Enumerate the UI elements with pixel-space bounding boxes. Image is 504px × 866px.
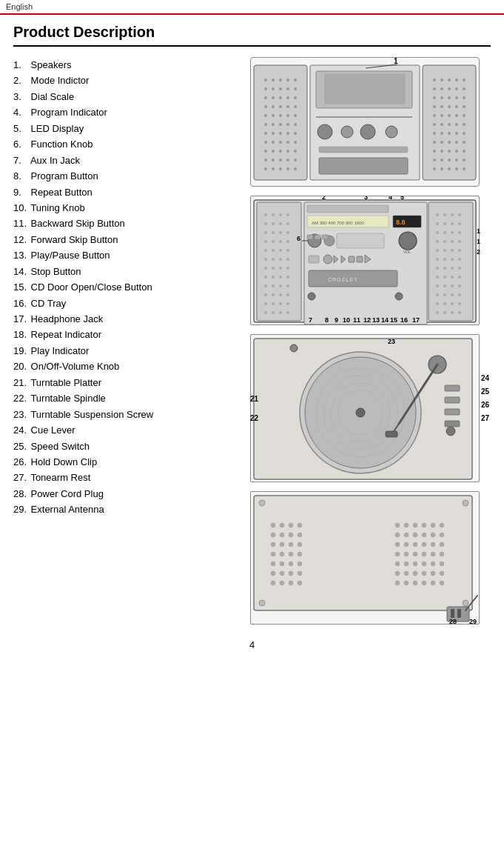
svg-point-50 <box>294 159 297 161</box>
svg-point-51 <box>264 167 267 170</box>
svg-point-348 <box>413 571 417 576</box>
svg-point-121 <box>463 167 466 170</box>
svg-point-78 <box>440 96 443 99</box>
svg-point-101 <box>463 132 466 135</box>
list-item: 16. CD Tray <box>13 296 243 311</box>
list-item: 1. Speakers <box>13 57 243 73</box>
svg-point-11 <box>264 96 267 99</box>
svg-point-95 <box>455 123 458 126</box>
svg-point-319 <box>422 523 426 527</box>
svg-point-5 <box>294 79 297 81</box>
svg-point-144 <box>279 249 282 252</box>
svg-point-328 <box>395 542 400 547</box>
svg-point-46 <box>264 159 267 161</box>
svg-point-200 <box>436 213 439 216</box>
svg-point-162 <box>264 293 267 296</box>
svg-point-207 <box>458 222 461 225</box>
svg-point-132 <box>279 222 282 225</box>
svg-point-312 <box>271 581 275 585</box>
svg-point-103 <box>440 141 443 144</box>
svg-point-94 <box>448 123 451 126</box>
svg-point-171 <box>272 311 275 314</box>
svg-point-339 <box>440 552 444 556</box>
svg-point-129 <box>286 213 289 216</box>
svg-rect-65 <box>319 158 408 174</box>
svg-point-247 <box>458 311 461 314</box>
svg-text:10: 10 <box>343 316 350 324</box>
list-item: 10. Tuning Knob <box>13 200 243 216</box>
svg-point-53 <box>279 167 282 170</box>
svg-point-198 <box>395 293 403 300</box>
svg-point-159 <box>272 284 275 287</box>
svg-point-16 <box>264 105 267 108</box>
svg-point-244 <box>436 311 439 314</box>
svg-point-6 <box>264 87 267 90</box>
svg-text:9: 9 <box>335 316 338 324</box>
svg-rect-281 <box>445 385 460 391</box>
svg-point-215 <box>458 240 461 243</box>
svg-point-74 <box>448 87 451 90</box>
svg-point-92 <box>433 123 436 126</box>
svg-point-36 <box>264 141 267 144</box>
svg-point-40 <box>294 141 297 144</box>
svg-point-23 <box>279 114 282 117</box>
svg-point-295 <box>298 533 302 537</box>
list-item: 4. Program Indicator <box>13 104 243 120</box>
svg-rect-125 <box>257 202 301 321</box>
svg-point-29 <box>286 123 289 126</box>
svg-point-337 <box>422 552 426 556</box>
list-item: 2. Mode Indictor <box>13 73 243 88</box>
svg-point-32 <box>272 132 275 135</box>
svg-point-361 <box>463 600 468 606</box>
svg-point-217 <box>443 249 446 252</box>
svg-point-108 <box>440 150 443 153</box>
svg-point-39 <box>286 141 289 144</box>
svg-point-116 <box>463 159 466 161</box>
svg-point-294 <box>289 533 293 537</box>
svg-point-85 <box>455 105 458 108</box>
list-item: 25. Speed Switch <box>13 439 243 454</box>
list-item: 24. Cue Lever <box>13 422 243 438</box>
svg-point-317 <box>404 523 409 527</box>
svg-point-61 <box>341 126 353 138</box>
svg-point-113 <box>440 159 443 161</box>
page-number: 4 <box>13 639 491 650</box>
svg-point-13 <box>279 96 282 99</box>
svg-point-90 <box>455 114 458 117</box>
svg-point-201 <box>443 213 446 216</box>
svg-point-28 <box>279 123 282 126</box>
svg-point-298 <box>289 542 293 547</box>
svg-text:28: 28 <box>449 618 457 625</box>
svg-text:29: 29 <box>469 618 477 625</box>
svg-rect-185 <box>337 233 384 248</box>
svg-text:6: 6 <box>297 235 300 242</box>
svg-point-209 <box>443 231 446 234</box>
svg-point-240 <box>436 302 439 305</box>
list-item: 28. Power Cord Plug <box>13 486 243 502</box>
svg-text:2: 2 <box>322 196 326 201</box>
svg-rect-182 <box>307 235 313 239</box>
svg-point-228 <box>436 276 439 279</box>
svg-point-351 <box>440 571 444 576</box>
callout-25: 25 <box>481 387 489 396</box>
svg-text:15: 15 <box>390 316 397 324</box>
svg-point-341 <box>404 562 409 566</box>
svg-point-234 <box>451 284 454 287</box>
svg-point-349 <box>422 571 426 576</box>
svg-point-76 <box>463 87 466 90</box>
svg-point-322 <box>395 533 400 537</box>
svg-point-71 <box>463 79 466 81</box>
svg-point-350 <box>431 571 435 576</box>
svg-point-150 <box>264 267 267 270</box>
svg-point-202 <box>451 213 454 216</box>
svg-point-275 <box>356 408 365 417</box>
svg-point-189 <box>323 255 332 264</box>
svg-point-67 <box>433 79 436 81</box>
svg-point-21 <box>264 114 267 117</box>
svg-point-324 <box>413 533 417 537</box>
svg-point-343 <box>422 562 426 566</box>
svg-point-112 <box>433 159 436 161</box>
svg-point-62 <box>360 124 375 139</box>
svg-point-41 <box>264 150 267 153</box>
svg-point-216 <box>436 249 439 252</box>
